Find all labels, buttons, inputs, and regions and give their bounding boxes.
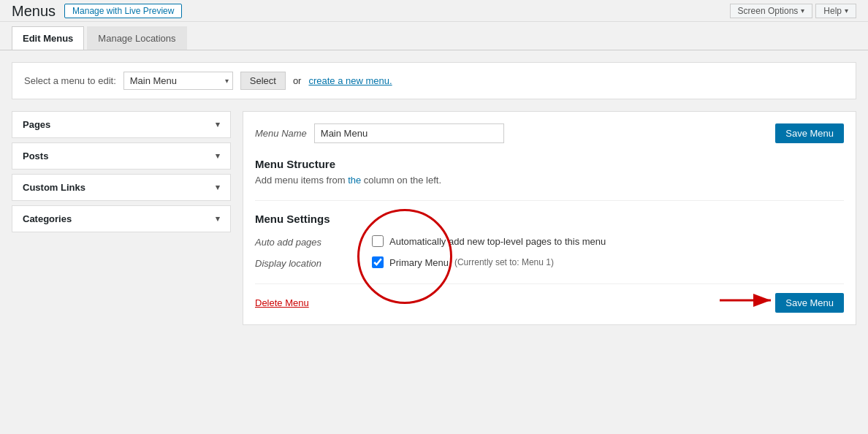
primary-menu-checkbox[interactable] <box>372 256 384 268</box>
select-menu-label: Select a menu to edit: <box>24 75 116 86</box>
display-location-row: Display location Primary Menu (Currently… <box>255 256 844 269</box>
menu-name-input[interactable] <box>314 123 504 143</box>
auto-add-row: Auto add pages Automatically add new top… <box>255 235 844 248</box>
pages-expand-icon: ▾ <box>216 120 220 129</box>
menu-select[interactable]: Main Menu <box>123 72 233 90</box>
screen-options-button[interactable]: Screen Options ▾ <box>730 4 813 18</box>
accordion-categories: Categories ▾ <box>12 205 231 232</box>
page-title: Menus <box>12 0 56 22</box>
menu-select-wrapper: Main Menu ▾ <box>123 72 233 90</box>
menu-structure-desc: Add menu items from the column on the le… <box>255 175 844 186</box>
top-bar: Menus Manage with Live Preview Screen Op… <box>0 0 868 22</box>
accordion-categories-header[interactable]: Categories ▾ <box>12 206 230 232</box>
menu-name-left: Menu Name <box>255 123 504 143</box>
display-location-value: Primary Menu (Currently set to: Menu 1) <box>372 256 844 268</box>
accordion-pages: Pages ▾ <box>12 111 231 138</box>
or-text: or <box>293 75 302 86</box>
tabs-bar: Edit Menus Manage Locations <box>0 22 868 50</box>
menu-name-label: Menu Name <box>255 128 307 139</box>
accordion-pages-header[interactable]: Pages ▾ <box>12 112 230 137</box>
live-preview-button[interactable]: Manage with Live Preview <box>64 4 182 18</box>
primary-menu-label: Primary Menu <box>389 257 449 268</box>
content-layout: Pages ▾ Posts ▾ Custom Links ▾ Categorie… <box>12 111 856 325</box>
highlight-text: the <box>348 175 361 186</box>
categories-expand-icon: ▾ <box>216 214 220 224</box>
accordion-custom-links-header[interactable]: Custom Links ▾ <box>12 175 230 200</box>
select-button[interactable]: Select <box>240 72 286 90</box>
menu-settings-section: Menu Settings Auto add pages Automatical… <box>255 213 844 269</box>
main-area: Select a menu to edit: Main Menu ▾ Selec… <box>0 50 868 337</box>
auto-add-checkbox-label: Automatically add new top-level pages to… <box>389 236 606 247</box>
display-location-label: Display location <box>255 256 372 269</box>
top-bar-left: Menus Manage with Live Preview <box>12 0 182 22</box>
screen-options-arrow-icon: ▾ <box>801 7 804 15</box>
menu-settings-title: Menu Settings <box>255 213 844 225</box>
accordion-posts: Posts ▾ <box>12 142 231 170</box>
auto-add-label: Auto add pages <box>255 235 372 248</box>
accordion-custom-links: Custom Links ▾ <box>12 174 231 201</box>
menu-name-row: Menu Name Save Menu <box>255 123 844 143</box>
menu-structure-title: Menu Structure <box>255 158 844 170</box>
divider-1 <box>255 200 844 201</box>
help-button[interactable]: Help ▾ <box>815 4 856 18</box>
delete-menu-link[interactable]: Delete Menu <box>255 297 309 308</box>
primary-menu-note: (Currently set to: Menu 1) <box>454 257 554 267</box>
auto-add-value: Automatically add new top-level pages to… <box>372 235 844 247</box>
help-arrow-icon: ▾ <box>845 7 848 15</box>
save-menu-button-bottom[interactable]: Save Menu <box>775 293 844 313</box>
bottom-row: Delete Menu Save Menu <box>255 283 844 313</box>
custom-links-expand-icon: ▾ <box>216 183 220 192</box>
bottom-save-wrapper: Save Menu <box>775 293 844 313</box>
tab-edit-menus[interactable]: Edit Menus <box>12 26 84 50</box>
tab-manage-locations[interactable]: Manage Locations <box>87 26 186 50</box>
left-sidebar: Pages ▾ Posts ▾ Custom Links ▾ Categorie… <box>12 111 231 325</box>
annotation-arrow <box>720 286 778 315</box>
save-menu-button-top[interactable]: Save Menu <box>775 123 844 143</box>
top-bar-right: Screen Options ▾ Help ▾ <box>730 4 856 18</box>
accordion-posts-header[interactable]: Posts ▾ <box>12 143 230 169</box>
select-menu-bar: Select a menu to edit: Main Menu ▾ Selec… <box>12 62 856 99</box>
menu-editor-panel: Menu Name Save Menu Menu Structure Add m… <box>243 111 856 325</box>
posts-expand-icon: ▾ <box>216 151 220 161</box>
auto-add-checkbox[interactable] <box>372 235 384 247</box>
create-new-menu-link[interactable]: create a new menu. <box>308 75 392 86</box>
